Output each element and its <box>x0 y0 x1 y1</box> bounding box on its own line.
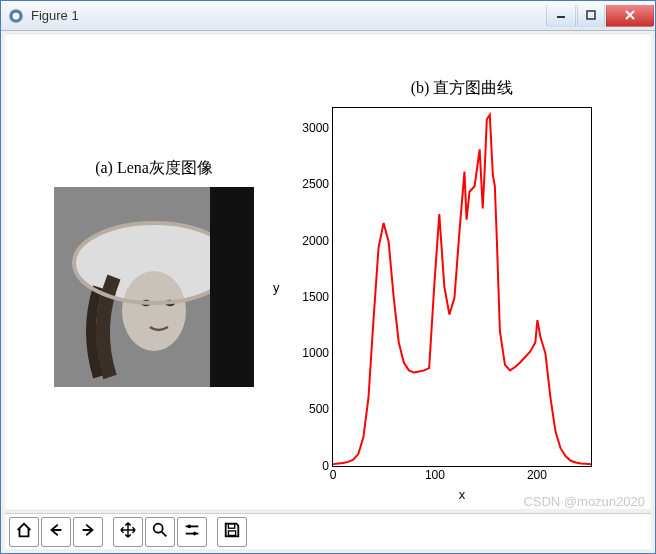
y-axis-label: y <box>273 279 280 294</box>
left-panel-title: (a) Lena灰度图像 <box>95 158 213 179</box>
svg-line-14 <box>162 531 167 536</box>
y-tick-label: 3000 <box>287 121 329 135</box>
lena-image <box>54 187 254 387</box>
right-panel: (b) 直方图曲线 050010001500200025003000 01002… <box>332 78 592 467</box>
zoom-icon <box>151 521 169 543</box>
svg-point-13 <box>154 523 163 532</box>
y-tick-label: 500 <box>287 402 329 416</box>
home-button[interactable] <box>9 517 39 547</box>
svg-rect-12 <box>210 187 254 387</box>
svg-point-17 <box>188 524 192 528</box>
svg-rect-3 <box>587 11 595 19</box>
y-tick-label: 1000 <box>287 346 329 360</box>
x-tick-label: 0 <box>330 468 337 482</box>
svg-point-1 <box>13 12 20 19</box>
left-panel: (a) Lena灰度图像 <box>54 158 254 387</box>
forward-button[interactable] <box>73 517 103 547</box>
figure-canvas: (a) Lena灰度图像 <box>5 35 651 509</box>
histogram-axes: 050010001500200025003000 0100200 x y <box>332 107 592 467</box>
save-icon <box>223 521 241 543</box>
watermark-text: CSDN @mozun2020 <box>523 494 645 509</box>
x-tick-label: 100 <box>425 468 445 482</box>
arrow-right-icon <box>79 521 97 543</box>
y-tick-label: 2500 <box>287 177 329 191</box>
titlebar: Figure 1 <box>1 1 655 31</box>
configure-button[interactable] <box>177 517 207 547</box>
save-button[interactable] <box>217 517 247 547</box>
maximize-button[interactable] <box>577 5 605 27</box>
y-tick-label: 2000 <box>287 234 329 248</box>
pan-button[interactable] <box>113 517 143 547</box>
back-button[interactable] <box>41 517 71 547</box>
svg-rect-20 <box>228 530 235 535</box>
matplotlib-toolbar <box>5 513 651 549</box>
sliders-icon <box>183 521 201 543</box>
zoom-button[interactable] <box>145 517 175 547</box>
right-panel-title: (b) 直方图曲线 <box>411 78 514 99</box>
figure-window: Figure 1 (a) Lena灰度图像 <box>0 0 656 554</box>
svg-rect-19 <box>228 523 234 528</box>
x-axis-label: x <box>459 487 466 502</box>
svg-point-18 <box>193 531 197 535</box>
minimize-button[interactable] <box>546 5 576 27</box>
window-title: Figure 1 <box>31 8 79 23</box>
arrow-left-icon <box>47 521 65 543</box>
svg-point-8 <box>122 271 186 351</box>
move-icon <box>119 521 137 543</box>
close-button[interactable] <box>606 5 654 27</box>
home-icon <box>15 521 33 543</box>
x-tick-label: 200 <box>527 468 547 482</box>
app-icon <box>7 7 25 25</box>
y-tick-label: 1500 <box>287 290 329 304</box>
y-tick-label: 0 <box>287 459 329 473</box>
histogram-line <box>333 108 591 465</box>
